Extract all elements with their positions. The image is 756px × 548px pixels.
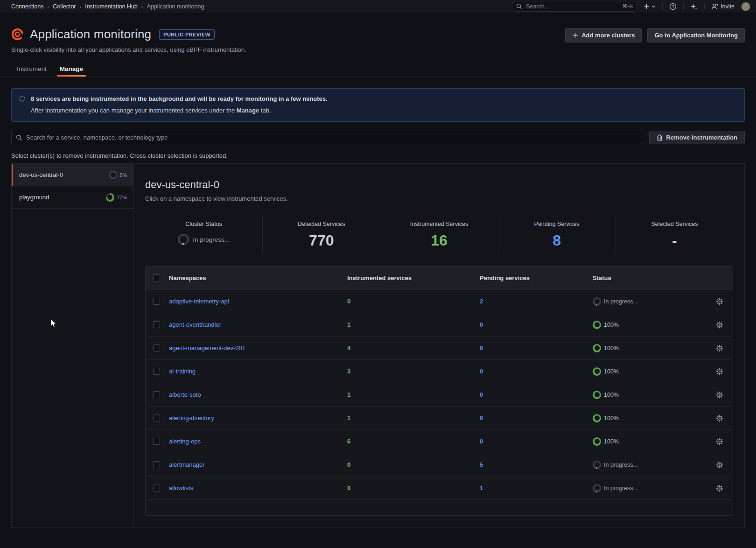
service-search-input[interactable] bbox=[26, 134, 637, 141]
person-plus-icon bbox=[711, 3, 719, 10]
instrumented-count: 3 bbox=[347, 368, 480, 375]
stat-block: Selected Services - bbox=[616, 216, 733, 254]
namespace-settings-button[interactable] bbox=[714, 483, 725, 494]
namespace-link[interactable]: allowlists bbox=[169, 485, 347, 492]
instrumented-count: 6 bbox=[347, 438, 480, 445]
namespace-settings-button[interactable] bbox=[714, 389, 725, 400]
trash-icon bbox=[657, 134, 663, 141]
column-header-namespaces[interactable]: Namespaces bbox=[169, 274, 347, 281]
namespace-settings-button[interactable] bbox=[714, 343, 725, 354]
gear-icon bbox=[716, 298, 723, 305]
status-donut bbox=[593, 297, 601, 306]
namespace-checkbox[interactable] bbox=[153, 438, 160, 445]
namespace-link[interactable]: alerting-ops bbox=[169, 438, 347, 445]
cluster-list-item[interactable]: playground 77% bbox=[12, 186, 133, 209]
stat-value: 8 bbox=[498, 233, 616, 248]
gear-icon bbox=[716, 368, 723, 375]
gear-icon bbox=[716, 344, 723, 352]
plus-icon bbox=[572, 32, 578, 38]
global-search-box[interactable]: ⌘+k bbox=[512, 1, 637, 12]
namespace-settings-button[interactable] bbox=[714, 459, 725, 471]
topbar-divider bbox=[662, 3, 663, 10]
status-donut bbox=[593, 391, 601, 399]
pending-count: 0 bbox=[480, 321, 593, 328]
stat-value: 16 bbox=[380, 233, 497, 248]
namespace-link[interactable]: alertmanager bbox=[169, 461, 347, 468]
status-text: In progress... bbox=[604, 298, 638, 305]
help-button[interactable]: ? bbox=[667, 2, 679, 11]
status-donut bbox=[593, 461, 601, 469]
namespace-settings-button[interactable] bbox=[714, 413, 725, 424]
tab-instrument[interactable]: Instrument bbox=[17, 65, 47, 77]
namespace-row: alerting-ops 6 0 100% bbox=[146, 430, 733, 453]
ai-assistant-button[interactable] bbox=[688, 2, 700, 11]
breadcrumb-instrumentation-hub[interactable]: Instrumentation Hub bbox=[85, 3, 138, 10]
pending-count: 2 bbox=[480, 298, 593, 305]
cluster-detail-subtitle: Click on a namespace to view instrumente… bbox=[145, 195, 733, 202]
namespace-checkbox[interactable] bbox=[153, 298, 160, 305]
breadcrumb-separator: › bbox=[141, 4, 143, 9]
namespace-checkbox[interactable] bbox=[153, 391, 160, 398]
select-all-checkbox[interactable] bbox=[153, 274, 160, 281]
namespace-checkbox[interactable] bbox=[153, 461, 160, 468]
namespace-checkbox[interactable] bbox=[153, 344, 160, 351]
namespace-row: adaptive-telemetry-api 0 2 In progress..… bbox=[146, 290, 733, 313]
namespace-link[interactable]: ai-training bbox=[169, 368, 347, 375]
namespace-link[interactable]: alberto-soto bbox=[169, 391, 347, 398]
stat-value: 770 bbox=[263, 233, 380, 248]
namespace-checkbox[interactable] bbox=[153, 368, 160, 375]
status-text: 100% bbox=[604, 345, 619, 351]
status-donut bbox=[593, 344, 601, 352]
gear-icon bbox=[716, 391, 723, 399]
help-icon: ? bbox=[669, 3, 677, 10]
search-icon bbox=[16, 134, 22, 141]
column-header-instrumented[interactable]: Instrumented services bbox=[347, 274, 480, 281]
add-more-clusters-label: Add more clusters bbox=[581, 32, 635, 39]
namespace-settings-button[interactable] bbox=[714, 296, 725, 307]
user-avatar[interactable] bbox=[741, 2, 750, 11]
banner-message: 8 services are being instrumented in the… bbox=[31, 95, 328, 102]
tab-bar: Instrument Manage bbox=[0, 53, 756, 77]
new-menu-button[interactable] bbox=[642, 2, 658, 10]
tab-manage[interactable]: Manage bbox=[60, 65, 83, 77]
stat-label: Cluster Status bbox=[145, 221, 262, 227]
breadcrumb-collector[interactable]: Collector bbox=[53, 3, 76, 10]
sparkles-icon bbox=[690, 3, 698, 10]
namespace-settings-button[interactable] bbox=[714, 366, 725, 377]
pending-count: 0 bbox=[480, 391, 593, 398]
gear-icon bbox=[716, 321, 723, 329]
gear-icon bbox=[716, 485, 723, 492]
add-more-clusters-button[interactable]: Add more clusters bbox=[565, 28, 642, 42]
remove-instrumentation-button[interactable]: Remove Instrumentation bbox=[649, 131, 745, 144]
namespace-settings-button[interactable] bbox=[714, 319, 725, 330]
top-nav-bar: Connections › Collector › Instrumentatio… bbox=[0, 0, 756, 13]
invite-button[interactable]: Invite bbox=[709, 2, 736, 11]
stat-label: Detected Services bbox=[263, 221, 380, 227]
namespace-settings-button[interactable] bbox=[714, 436, 725, 447]
cluster-list-item[interactable]: dev-us-central-0 2% bbox=[12, 164, 133, 186]
namespace-checkbox[interactable] bbox=[153, 485, 160, 492]
column-header-status[interactable]: Status bbox=[593, 274, 707, 281]
instrumentation-progress-banner: 8 services are being instrumented in the… bbox=[11, 88, 745, 122]
namespace-link[interactable]: alerting-directory bbox=[169, 415, 347, 422]
namespace-link[interactable]: agent-management-dev-001 bbox=[169, 344, 347, 351]
pending-count: 0 bbox=[480, 438, 593, 445]
status-text: 100% bbox=[604, 368, 619, 375]
instrumented-count: 0 bbox=[347, 461, 480, 468]
global-search-input[interactable] bbox=[526, 3, 618, 10]
namespace-row: agent-management-dev-001 4 0 100% bbox=[146, 337, 733, 360]
breadcrumb-connections[interactable]: Connections bbox=[11, 3, 44, 10]
namespace-checkbox[interactable] bbox=[153, 415, 160, 422]
instrumented-count: 1 bbox=[347, 321, 480, 328]
namespace-link[interactable]: adaptive-telemetry-api bbox=[169, 298, 347, 305]
service-search-box[interactable] bbox=[11, 131, 641, 144]
instrumented-count: 0 bbox=[347, 298, 480, 305]
namespace-checkbox[interactable] bbox=[153, 321, 160, 328]
stat-label: Instrumented Services bbox=[380, 221, 497, 227]
namespace-link[interactable]: agent-eventhandler bbox=[169, 321, 347, 328]
stat-label: Selected Services bbox=[616, 221, 733, 227]
column-header-pending[interactable]: Pending services bbox=[480, 274, 593, 281]
namespace-row: alerting-directory 1 0 100% bbox=[146, 407, 733, 430]
goto-application-monitoring-button[interactable]: Go to Application Monitoring bbox=[647, 28, 745, 42]
invite-label: Invite bbox=[721, 3, 735, 10]
